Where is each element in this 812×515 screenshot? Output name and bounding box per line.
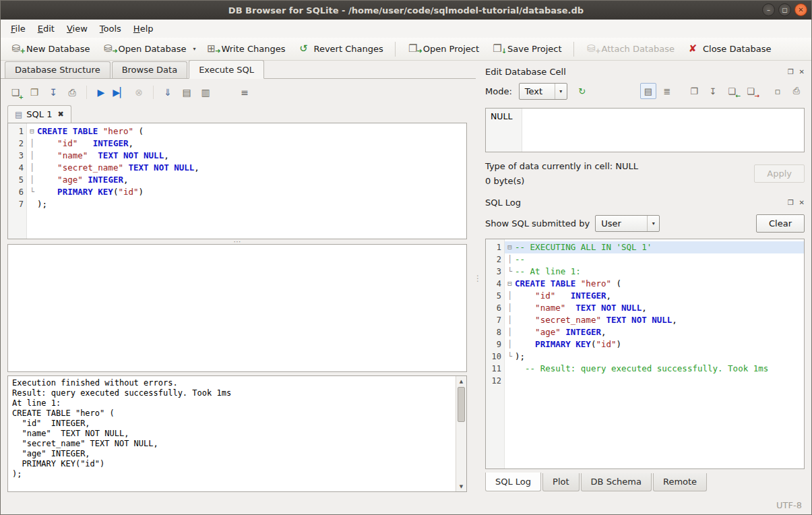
set-null-icon[interactable]: ▫ — [770, 83, 786, 99]
export-icon[interactable]: ❏→ — [743, 83, 759, 99]
submitter-select[interactable]: User — [595, 215, 660, 232]
sql-log-viewer[interactable]: 1⊟-- EXECUTING ALL IN 'SQL 1'2│--3└-- At… — [485, 239, 805, 469]
encoding-indicator: UTF-8 — [776, 500, 802, 510]
fold-marker: │ — [505, 253, 515, 266]
float-panel-icon[interactable]: ❐ — [788, 68, 794, 75]
menu-edit[interactable]: Edit — [32, 21, 61, 36]
execute-all-icon[interactable]: ▶ — [93, 84, 109, 100]
word-wrap-icon[interactable]: ≣ — [659, 83, 675, 99]
toolbar-button-label: New Database — [26, 44, 90, 54]
dock-tab-sql-log[interactable]: SQL Log — [485, 473, 541, 491]
code-text: "name" TEXT NOT NULL, — [515, 302, 804, 314]
results-grid[interactable] — [7, 244, 467, 372]
text-view-icon[interactable]: ▤ — [640, 83, 656, 99]
main-tabbar: Database StructureBrowse DataExecute SQL — [1, 61, 476, 79]
maximize-button[interactable]: ◻ — [778, 3, 791, 16]
horizontal-splitter[interactable]: ⋯ — [7, 239, 467, 244]
edit-cell-title: Edit Database Cell — [485, 67, 566, 77]
close-database-button[interactable]: ✘Close Database — [681, 41, 777, 57]
line-number: 7 — [486, 314, 505, 326]
write-changes-button[interactable]: ⊞➜Write Changes — [199, 41, 290, 57]
sql-tab[interactable]: ▤ SQL 1 ✖ — [7, 105, 71, 123]
menu-help[interactable]: Help — [127, 21, 160, 36]
open-database-dropdown[interactable]: ▾ — [190, 40, 198, 57]
close-tab-icon[interactable]: ✖ — [56, 110, 63, 119]
open-database-icon: ⛁➜ — [102, 44, 115, 54]
titlebar[interactable]: DB Browser for SQLite - /home/user/code/… — [1, 1, 811, 20]
word-wrap-icon[interactable]: ≡ — [237, 84, 253, 100]
code-line: 5│ "age" INTEGER, — [8, 174, 466, 186]
print-icon[interactable]: ⎙ — [64, 84, 80, 100]
dock-tab-db-schema[interactable]: DB Schema — [581, 473, 652, 491]
fold-marker[interactable]: ⊟ — [27, 125, 37, 138]
icon-badge: + — [18, 94, 24, 100]
dock-tab-remote[interactable]: Remote — [653, 473, 707, 491]
toolbar-button-label: Attach Database — [602, 44, 675, 54]
mode-select[interactable]: Text — [519, 83, 567, 100]
close-panel-icon[interactable]: ✕ — [799, 199, 805, 206]
code-text: CREATE TABLE "hero" ( — [37, 125, 466, 138]
open-sql-file-icon[interactable]: ❐ — [26, 84, 42, 100]
menu-view[interactable]: View — [61, 21, 94, 36]
copy-icon[interactable]: ❐ — [686, 83, 702, 99]
line-number: 5 — [8, 174, 27, 186]
icon-badge: ➜ — [215, 46, 220, 56]
dock-tabbar: SQL LogPlotDB SchemaRemote — [485, 472, 805, 493]
tab-execute-sql[interactable]: Execute SQL — [189, 60, 264, 79]
tab-browse-data[interactable]: Browse Data — [112, 61, 188, 78]
menu-file[interactable]: File — [5, 21, 32, 36]
dock-tab-plot[interactable]: Plot — [542, 473, 580, 491]
clear-button[interactable]: Clear — [756, 214, 805, 233]
save-as-icon[interactable]: ↧ — [705, 83, 721, 99]
tab-database-structure[interactable]: Database Structure — [5, 61, 111, 78]
minimize-button[interactable]: – — [762, 3, 775, 16]
code-text — [515, 375, 804, 387]
sql-code-editor[interactable]: 1⊟CREATE TABLE "hero" (2│ "id" INTEGER,3… — [7, 123, 467, 239]
submitter-value: User — [601, 218, 621, 229]
icon-badge: ➜ — [416, 46, 422, 56]
code-text: PRIMARY KEY("id") — [515, 338, 804, 351]
line-number: 2 — [486, 253, 505, 266]
icon-badge: ➜ — [112, 46, 117, 56]
scroll-up-icon[interactable]: ▲ — [456, 376, 466, 386]
scroll-down-icon[interactable]: ▼ — [456, 481, 466, 491]
fold-marker[interactable]: ⊟ — [505, 241, 515, 253]
apply-changes-icon[interactable]: ↻ — [574, 83, 590, 99]
left-pane: Database StructureBrowse DataExecute SQL… — [1, 61, 476, 496]
execute-sql-panel: ❏+❐↧⎙▶▶▏⊗⇓▤▥≡ ▤ SQL 1 ✖ 1⊟CREATE TABLE "… — [1, 79, 476, 496]
icon-badge: ↓ — [501, 46, 507, 56]
save-sql-file-icon[interactable]: ↧ — [45, 84, 61, 100]
statusbar: UTF-8 — [1, 496, 811, 514]
fold-marker: │ — [505, 338, 515, 351]
code-line: 6└ PRIMARY KEY("id") — [8, 186, 466, 198]
code-line: 3└-- At line 1: — [486, 266, 804, 278]
save-results-icon[interactable]: ⇓ — [160, 84, 176, 100]
code-line: 11 -- Result: query executed successfull… — [486, 363, 804, 375]
execution-log[interactable]: Execution finished without errors. Resul… — [7, 375, 467, 492]
close-panel-icon[interactable]: ✕ — [799, 68, 805, 75]
scrollbar[interactable]: ▲ ▼ — [456, 376, 466, 491]
execute-current-line-icon[interactable]: ▶▏ — [112, 84, 128, 100]
edit-sql-icon[interactable]: ▥ — [197, 84, 214, 100]
float-panel-icon[interactable]: ❐ — [788, 199, 794, 206]
save-project-button[interactable]: ❐↓Save Project — [486, 41, 567, 57]
menu-tools[interactable]: Tools — [94, 21, 127, 36]
fold-marker[interactable]: ⊟ — [505, 278, 515, 290]
code-text: -- — [515, 253, 804, 266]
scrollbar-thumb[interactable] — [458, 387, 465, 422]
revert-changes-button[interactable]: ↺Revert Changes — [292, 41, 388, 57]
open-project-button[interactable]: ❐➜Open Project — [402, 41, 485, 57]
export-csv-icon[interactable]: ▤ — [179, 84, 195, 100]
attach-database-button: ⛁+Attach Database — [580, 41, 680, 57]
edit-cell-header: Edit Database Cell ❐ ✕ — [485, 63, 805, 80]
cell-editor-area[interactable]: NULL — [485, 108, 805, 152]
new-database-button[interactable]: ⛁+New Database — [5, 41, 96, 57]
close-button[interactable]: ✕ — [794, 3, 807, 16]
code-text: "age" INTEGER, — [37, 174, 466, 186]
open-database-button[interactable]: ⛁➜Open Database — [97, 41, 192, 57]
window-controls: –◻✕ — [762, 3, 807, 16]
code-text: CREATE TABLE "hero" ( — [515, 278, 804, 290]
new-tab-icon[interactable]: ❏+ — [7, 84, 24, 100]
import-icon[interactable]: ❏← — [724, 83, 740, 99]
print-icon[interactable]: ⎙ — [788, 83, 805, 99]
